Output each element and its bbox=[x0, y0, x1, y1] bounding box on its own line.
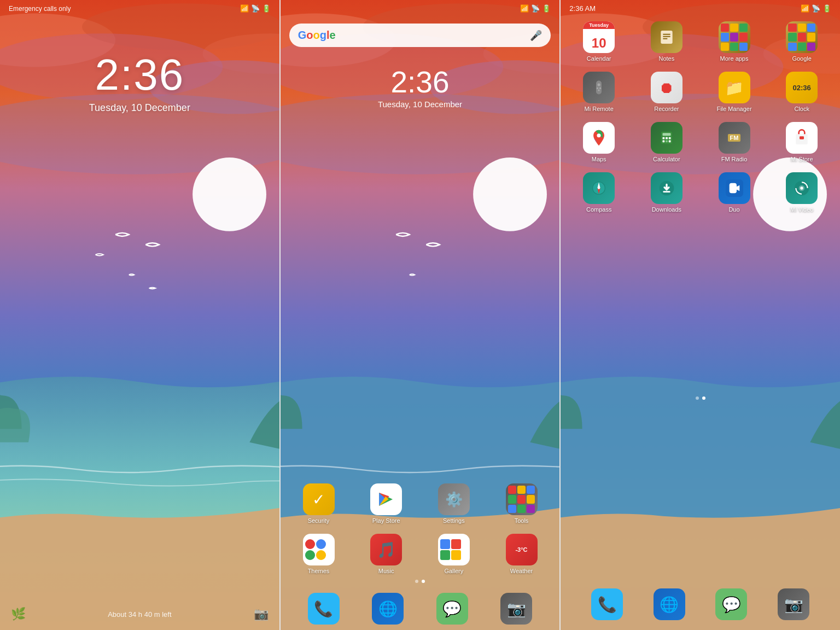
app-google[interactable]: Google bbox=[768, 21, 836, 62]
security-label: Security bbox=[308, 517, 330, 524]
app-settings[interactable]: ⚙️ Settings bbox=[422, 483, 486, 524]
phone-dock-icon-apps: 📞 bbox=[591, 588, 623, 620]
duo-label: Duo bbox=[728, 206, 739, 213]
mi-store-icon-img bbox=[786, 122, 818, 154]
app-mi-store[interactable]: Mi Store bbox=[768, 122, 836, 162]
dock-camera-apps[interactable]: 📷 bbox=[778, 588, 809, 620]
app-music[interactable]: 🎵 Music bbox=[354, 534, 418, 574]
google-label: Google bbox=[792, 55, 811, 62]
app-weather[interactable]: -3°C Weather bbox=[490, 534, 553, 574]
calculator-icon-img bbox=[651, 122, 682, 154]
svg-rect-27 bbox=[596, 81, 602, 95]
mi-store-label: Mi Store bbox=[791, 156, 813, 162]
home-screen-panel: 📶 📡 🔋 Google 🎤 2:36 Tuesday, 10 December bbox=[281, 0, 560, 630]
weather-label: Weather bbox=[510, 568, 533, 574]
settings-icon-img: ⚙️ bbox=[438, 483, 470, 515]
wifi-icon-apps: 📡 bbox=[812, 4, 820, 13]
camera-shortcut-icon[interactable]: 📷 bbox=[254, 607, 269, 621]
clock-icon-img: 02:36 bbox=[786, 72, 818, 103]
dot-1 bbox=[415, 580, 418, 583]
dock-browser[interactable]: 🌐 bbox=[372, 593, 404, 625]
svg-rect-35 bbox=[662, 137, 664, 139]
status-icons-apps: 📶 📡 🔋 bbox=[801, 4, 831, 13]
dock-browser-apps[interactable]: 🌐 bbox=[654, 588, 685, 620]
lock-bottom: 🌿 About 34 h 40 m left 📷 bbox=[0, 607, 279, 621]
calendar-icon-img: Tuesday 10 bbox=[583, 21, 615, 53]
dock-phone[interactable]: 📞 bbox=[308, 593, 340, 625]
file-manager-label: File Manager bbox=[716, 106, 751, 112]
battery-icon-apps: 🔋 bbox=[822, 4, 831, 13]
dock-phone-apps[interactable]: 📞 bbox=[591, 588, 623, 620]
app-downloads[interactable]: Downloads bbox=[633, 172, 701, 213]
app-mi-remote[interactable]: Mi Remote bbox=[565, 72, 633, 112]
svg-rect-34 bbox=[662, 133, 670, 136]
browser-dock-icon-apps: 🌐 bbox=[654, 588, 685, 620]
svg-point-31 bbox=[598, 90, 600, 91]
fm-radio-label: FM Radio bbox=[721, 156, 748, 162]
status-bar-lock: Emergency calls only 📶 📡 🔋 bbox=[0, 0, 279, 17]
themes-icon-img bbox=[303, 534, 335, 565]
play-store-label: Play Store bbox=[372, 517, 400, 524]
home-clock: 2:36 bbox=[281, 65, 560, 100]
dock-messages-apps[interactable]: 💬 bbox=[715, 588, 747, 620]
lock-content: 2:36 Tuesday, 10 December bbox=[0, 17, 279, 630]
svg-point-28 bbox=[598, 84, 600, 86]
app-recorder[interactable]: ⏺ Recorder bbox=[633, 72, 701, 112]
downloads-icon-img bbox=[651, 172, 682, 204]
camera-dock-icon-apps: 📷 bbox=[778, 588, 809, 620]
home-content: Google 🎤 2:36 Tuesday, 10 December ✓ Sec… bbox=[281, 17, 560, 630]
play-store-icon-img bbox=[370, 483, 402, 515]
notes-icon-img bbox=[651, 21, 682, 53]
home-dock: 📞 🌐 💬 📷 bbox=[281, 587, 560, 630]
more-apps-label: More apps bbox=[720, 55, 749, 62]
google-logo: Google bbox=[298, 29, 336, 42]
app-file-manager[interactable]: 📁 File Manager bbox=[701, 72, 768, 112]
app-security[interactable]: ✓ Security bbox=[287, 483, 351, 524]
mi-video-label: Mi Video bbox=[790, 206, 814, 213]
svg-rect-37 bbox=[669, 137, 671, 139]
music-label: Music bbox=[378, 568, 394, 574]
app-clock[interactable]: 02:36 Clock bbox=[768, 72, 836, 112]
downloads-label: Downloads bbox=[652, 206, 681, 213]
app-more-apps[interactable]: More apps bbox=[701, 21, 768, 62]
settings-label: Settings bbox=[443, 517, 465, 524]
mic-icon[interactable]: 🎤 bbox=[530, 30, 542, 42]
battery-icon-home: 🔋 bbox=[542, 4, 551, 13]
app-calendar[interactable]: Tuesday 10 Calendar bbox=[565, 21, 633, 62]
app-play-store[interactable]: Play Store bbox=[354, 483, 418, 524]
svg-rect-42 bbox=[800, 136, 804, 139]
apps-row-4: Compass Downloads bbox=[565, 172, 836, 213]
apps-row-2: Mi Remote ⏺ Recorder 📁 File Manager 02:3… bbox=[565, 72, 836, 112]
security-icon-img: ✓ bbox=[303, 483, 335, 515]
svg-point-53 bbox=[801, 186, 803, 189]
calculator-label: Calculator bbox=[653, 156, 680, 162]
app-calculator[interactable]: Calculator bbox=[633, 122, 701, 162]
app-gallery[interactable]: Gallery bbox=[422, 534, 486, 574]
app-maps[interactable]: Maps bbox=[565, 122, 633, 162]
google-search-bar[interactable]: Google 🎤 bbox=[289, 24, 551, 47]
app-duo[interactable]: Duo bbox=[701, 172, 768, 213]
signal-icon: 📶 bbox=[240, 4, 249, 13]
page-indicators bbox=[281, 580, 560, 583]
duo-icon-img bbox=[719, 172, 750, 204]
app-themes[interactable]: Themes bbox=[287, 534, 351, 574]
dock-camera[interactable]: 📷 bbox=[500, 593, 532, 625]
app-fm-radio[interactable]: FM FM Radio bbox=[701, 122, 768, 162]
weather-icon-img: -3°C bbox=[506, 534, 538, 565]
app-notes[interactable]: Notes bbox=[633, 21, 701, 62]
svg-rect-36 bbox=[666, 137, 668, 139]
app-tools[interactable]: Tools bbox=[490, 483, 553, 524]
camera-dock-icon: 📷 bbox=[500, 593, 532, 625]
lock-date: Tuesday, 10 December bbox=[89, 102, 190, 114]
spacer bbox=[281, 109, 560, 479]
battery-icon: 🔋 bbox=[262, 4, 271, 13]
tools-icon-img bbox=[506, 483, 538, 515]
app-compass[interactable]: Compass bbox=[565, 172, 633, 213]
status-icons-home: 📶 📡 🔋 bbox=[520, 4, 551, 13]
home-app-grid: ✓ Security Play Store ⚙️ Settings bbox=[281, 483, 560, 524]
app-mi-video[interactable]: Mi Video bbox=[768, 172, 836, 213]
dock-messages[interactable]: 💬 bbox=[436, 593, 468, 625]
svg-point-32 bbox=[597, 133, 601, 137]
calendar-label: Calendar bbox=[587, 55, 611, 62]
dot-2 bbox=[422, 580, 425, 583]
